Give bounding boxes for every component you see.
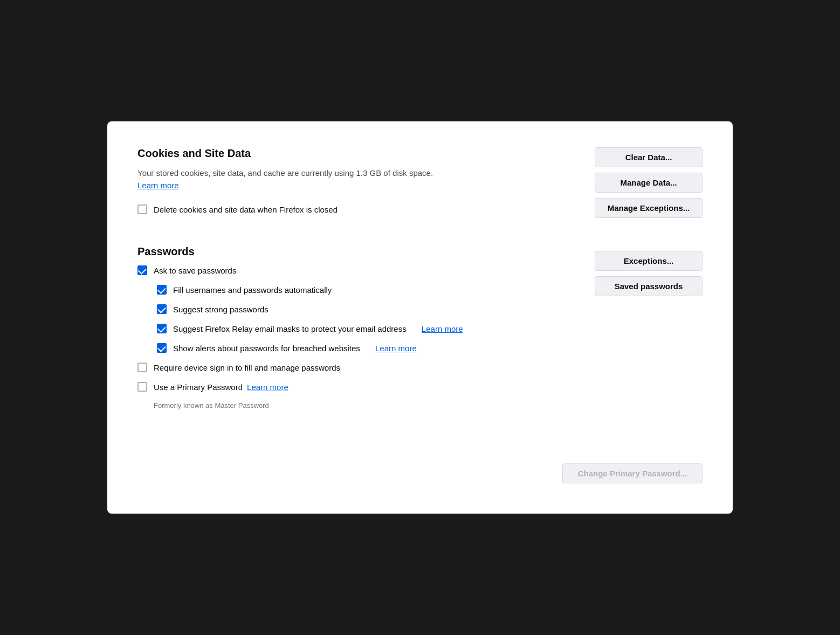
suggest-strong-label: Suggest strong passwords <box>173 305 268 314</box>
require-device-label: Require device sign in to fill and manag… <box>154 363 340 372</box>
passwords-title: Passwords <box>137 245 562 258</box>
ask-save-label: Ask to save passwords <box>154 266 236 275</box>
cookies-left: Cookies and Site Data Your stored cookie… <box>137 147 584 224</box>
require-device-row: Require device sign in to fill and manag… <box>137 363 562 372</box>
require-device-checkbox[interactable] <box>137 363 147 372</box>
ask-save-row: Ask to save passwords <box>137 265 562 275</box>
show-alerts-label: Show alerts about passwords for breached… <box>173 344 360 353</box>
cookies-row: Cookies and Site Data Your stored cookie… <box>137 147 703 224</box>
saved-passwords-button[interactable]: Saved passwords <box>595 276 703 296</box>
use-primary-label-row: Use a Primary Password Learn more <box>154 383 288 392</box>
show-alerts-row: Show alerts about passwords for breached… <box>157 343 562 353</box>
passwords-row: Passwords Ask to save passwords Fill use… <box>137 245 703 483</box>
delete-cookies-row: Delete cookies and site data when Firefo… <box>137 204 584 214</box>
change-primary-wrapper: Change Primary Password... <box>562 463 703 483</box>
settings-panel: Cookies and Site Data Your stored cookie… <box>107 121 733 514</box>
passwords-section: Passwords Ask to save passwords Fill use… <box>137 245 703 483</box>
passwords-buttons: Exceptions... Saved passwords Change Pri… <box>562 251 703 483</box>
cookies-description: Your stored cookies, site data, and cach… <box>137 167 450 192</box>
suggest-strong-row: Suggest strong passwords <box>157 304 562 314</box>
fill-auto-label: Fill usernames and passwords automatical… <box>173 285 332 295</box>
suggest-relay-row: Suggest Firefox Relay email masks to pro… <box>157 324 562 333</box>
use-primary-wrapper: Use a Primary Password Learn more Former… <box>137 382 562 409</box>
passwords-left: Passwords Ask to save passwords Fill use… <box>137 245 562 413</box>
use-primary-learn-more-link[interactable]: Learn more <box>247 383 288 392</box>
suggest-relay-label: Suggest Firefox Relay email masks to pro… <box>173 324 407 333</box>
show-alerts-learn-more-link[interactable]: Learn more <box>375 344 417 353</box>
suggest-relay-learn-more-link[interactable]: Learn more <box>422 324 463 333</box>
cookies-desc-text: Your stored cookies, site data, and cach… <box>137 168 433 177</box>
cookies-learn-more-link[interactable]: Learn more <box>137 181 179 190</box>
use-primary-row: Use a Primary Password Learn more <box>137 382 562 392</box>
fill-auto-row: Fill usernames and passwords automatical… <box>157 285 562 295</box>
formerly-known-note: Formerly known as Master Password <box>154 401 562 409</box>
manage-exceptions-button[interactable]: Manage Exceptions... <box>595 198 703 218</box>
clear-data-button[interactable]: Clear Data... <box>595 147 703 167</box>
suggest-relay-checkbox[interactable] <box>157 324 167 333</box>
cookies-section: Cookies and Site Data Your stored cookie… <box>137 147 703 224</box>
ask-save-checkbox[interactable] <box>137 265 147 275</box>
delete-cookies-checkbox[interactable] <box>137 204 147 214</box>
cookies-buttons: Clear Data... Manage Data... Manage Exce… <box>584 147 703 218</box>
use-primary-checkbox[interactable] <box>137 382 147 392</box>
manage-data-button[interactable]: Manage Data... <box>595 173 703 193</box>
change-primary-button: Change Primary Password... <box>562 463 703 483</box>
fill-auto-checkbox[interactable] <box>157 285 167 295</box>
exceptions-button[interactable]: Exceptions... <box>595 251 703 271</box>
delete-cookies-label: Delete cookies and site data when Firefo… <box>154 205 338 214</box>
suggest-strong-checkbox[interactable] <box>157 304 167 314</box>
use-primary-label: Use a Primary Password <box>154 383 243 392</box>
cookies-title: Cookies and Site Data <box>137 147 584 160</box>
show-alerts-checkbox[interactable] <box>157 343 167 353</box>
